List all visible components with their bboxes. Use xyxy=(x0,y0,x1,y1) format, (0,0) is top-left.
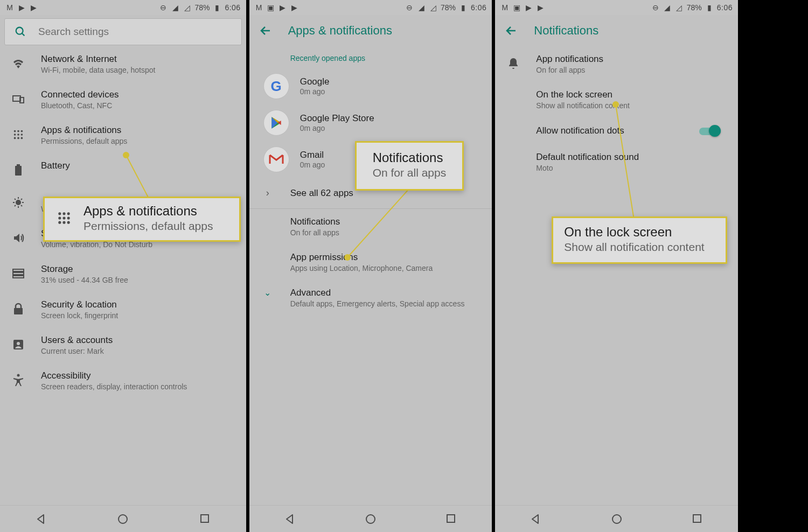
item-users[interactable]: Users & accountsCurrent user: Mark xyxy=(0,327,246,363)
nav-bar xyxy=(495,505,738,532)
battery-percent: 78% xyxy=(687,3,702,12)
recent-apps-label: Recently opened apps xyxy=(249,46,492,68)
app-bar: Notifications xyxy=(495,15,738,46)
svg-point-25 xyxy=(62,212,65,215)
svg-point-29 xyxy=(67,216,70,219)
battery-icon: ▮ xyxy=(705,3,714,12)
item-app-notifications[interactable]: App notificationsOn for all apps xyxy=(495,46,738,82)
svg-point-12 xyxy=(21,137,23,139)
play-icon: ▶ xyxy=(524,3,533,12)
svg-rect-16 xyxy=(13,269,24,271)
svg-rect-34 xyxy=(201,515,208,522)
svg-line-23 xyxy=(126,155,150,200)
battery-icon: ▮ xyxy=(459,3,468,12)
svg-point-39 xyxy=(612,515,621,523)
nav-bar xyxy=(0,505,246,532)
toggle-notification-dots[interactable] xyxy=(699,125,721,137)
svg-point-36 xyxy=(366,515,375,523)
svg-rect-2 xyxy=(13,96,20,101)
callout-notifications: NotificationsOn for all apps xyxy=(355,141,464,191)
item-accessibility[interactable]: AccessibilityScreen readers, display, in… xyxy=(0,363,246,398)
gmail-icon: M xyxy=(500,3,509,12)
app-play-store[interactable]: Google Play Store0m ago xyxy=(249,104,492,141)
item-connected[interactable]: Connected devicesBluetooth, Cast, NFC xyxy=(0,82,246,117)
play-icon: ▶ xyxy=(278,3,287,12)
screen-apps-notifications: M ▣ ▶ ▶ ⊖ ◢ ◿ 78% ▮ 6:06 Apps & notifica… xyxy=(246,0,492,532)
gmail-icon: M xyxy=(5,3,14,12)
back-arrow[interactable] xyxy=(505,24,518,37)
chevron-down-icon: ⌄ xyxy=(260,288,275,308)
svg-rect-40 xyxy=(693,515,701,522)
page-title: Apps & notifications xyxy=(288,24,392,38)
wifi-icon: ◢ xyxy=(171,3,179,12)
status-bar: M ▣ ▶ ▶ ⊖ ◢ ◿ 78% ▮ 6:06 xyxy=(249,0,492,15)
wifi-icon xyxy=(11,54,26,71)
svg-point-7 xyxy=(14,134,16,136)
battery-percent: 78% xyxy=(194,3,210,12)
screen-notifications: M ▣ ▶ ▶ ⊖ ◢ ◿ 78% ▮ 6:06 Notifications A… xyxy=(492,0,738,532)
battery-percent: 78% xyxy=(441,3,456,12)
search-placeholder: Search settings xyxy=(38,26,109,38)
dnd-icon: ⊖ xyxy=(405,3,414,12)
chevron-right-icon: › xyxy=(260,187,275,199)
status-bar: M ▣ ▶ ▶ ⊖ ◢ ◿ 78% ▮ 6:06 xyxy=(495,0,738,15)
svg-point-22 xyxy=(17,374,20,377)
signal-icon: ◿ xyxy=(675,3,684,12)
accessibility-icon xyxy=(11,370,26,388)
home-button[interactable] xyxy=(611,513,623,525)
gmail-m-icon xyxy=(263,146,289,172)
svg-rect-19 xyxy=(14,308,23,314)
recents-button[interactable] xyxy=(445,513,457,525)
google-g-icon: G xyxy=(263,73,289,99)
callout-apps-notifications: Apps & notificationsPermissions, default… xyxy=(43,197,241,242)
svg-rect-14 xyxy=(17,164,20,166)
battery-icon: ▮ xyxy=(213,3,221,12)
item-storage[interactable]: Storage31% used - 44.34 GB free xyxy=(0,256,246,292)
item-network[interactable]: Network & InternetWi-Fi, mobile, data us… xyxy=(0,46,246,82)
svg-rect-17 xyxy=(13,272,24,275)
svg-point-26 xyxy=(67,212,70,215)
app-bar: Apps & notifications xyxy=(249,15,492,46)
status-time: 6:06 xyxy=(225,3,240,12)
svg-line-1 xyxy=(22,33,25,36)
svg-line-35 xyxy=(347,183,414,257)
play-icon-2: ▶ xyxy=(290,3,299,12)
item-security[interactable]: Security & locationScreen lock, fingerpr… xyxy=(0,292,246,327)
app-google[interactable]: G Google0m ago xyxy=(249,68,492,104)
recents-button[interactable] xyxy=(692,513,703,525)
search-input[interactable]: Search settings xyxy=(4,18,242,45)
svg-point-11 xyxy=(17,137,19,139)
devices-icon xyxy=(11,89,26,107)
svg-point-32 xyxy=(67,221,70,224)
image-icon: ▣ xyxy=(512,3,521,12)
wifi-icon: ◢ xyxy=(663,3,672,12)
home-button[interactable] xyxy=(365,513,377,525)
svg-point-9 xyxy=(21,134,23,136)
back-button[interactable] xyxy=(35,513,47,525)
status-time: 6:06 xyxy=(717,3,733,12)
svg-point-0 xyxy=(16,27,23,34)
svg-point-4 xyxy=(14,130,16,132)
user-icon xyxy=(11,335,26,352)
signal-icon: ◿ xyxy=(183,3,191,12)
svg-rect-18 xyxy=(13,276,24,278)
back-arrow[interactable] xyxy=(259,24,272,37)
play-icon-2: ▶ xyxy=(29,3,38,12)
dnd-icon: ⊖ xyxy=(159,3,168,12)
back-button[interactable] xyxy=(284,513,296,525)
svg-point-15 xyxy=(16,200,21,205)
back-button[interactable] xyxy=(530,513,541,525)
screen-settings-main: M ▶ ▶ ⊖ ◢ ◿ 78% ▮ 6:06 Search settings N… xyxy=(0,0,246,532)
item-apps-notifications[interactable]: Apps & notificationsPermissions, default… xyxy=(0,117,246,153)
svg-line-38 xyxy=(616,104,634,220)
item-advanced[interactable]: ⌄ Advanced Default apps, Emergency alert… xyxy=(249,280,492,316)
home-button[interactable] xyxy=(117,513,129,525)
svg-point-30 xyxy=(58,221,61,224)
status-bar: M ▶ ▶ ⊖ ◢ ◿ 78% ▮ 6:06 xyxy=(0,0,246,15)
apps-icon xyxy=(57,211,72,226)
recents-button[interactable] xyxy=(199,513,211,525)
storage-icon xyxy=(11,264,26,281)
status-time: 6:06 xyxy=(471,3,486,12)
gmail-icon: M xyxy=(255,3,263,12)
svg-rect-37 xyxy=(447,515,455,522)
